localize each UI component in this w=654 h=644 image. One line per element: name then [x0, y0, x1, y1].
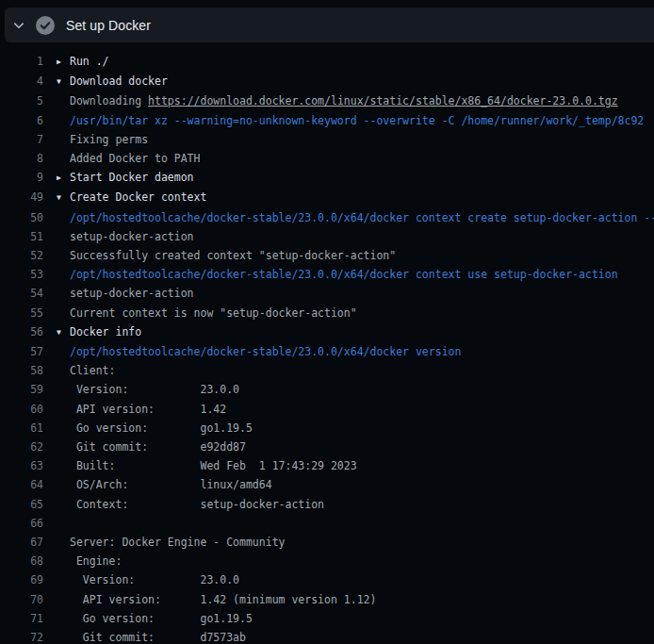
log-line: 60 API version: 1.42: [0, 400, 654, 419]
log-text: Downloading: [70, 94, 148, 107]
log-command-text: /opt/hostedtoolcache/docker-stable/23.0.…: [70, 268, 618, 281]
line-number[interactable]: 4: [0, 72, 43, 91]
line-number[interactable]: 70: [0, 590, 43, 609]
log-text: OS/Arch: linux/amd64: [70, 478, 272, 491]
line-number[interactable]: 63: [0, 456, 43, 475]
line-number[interactable]: 62: [0, 438, 43, 456]
log-line: 69 Version: 23.0.0: [0, 570, 654, 589]
log-line: 70 API version: 1.42 (minimum version 1.…: [0, 590, 654, 609]
check-circle-icon: [36, 16, 55, 35]
log-command-text: /opt/hostedtoolcache/docker-stable/23.0.…: [70, 211, 654, 224]
step-header[interactable]: Set up Docker: [5, 8, 654, 42]
log-text: API version: 1.42 (minimum version 1.12): [70, 593, 376, 606]
log-text: setup-docker-action: [70, 230, 194, 243]
log-line: 62 Git commit: e92dd87: [0, 438, 654, 456]
group-title: Docker info: [70, 325, 141, 339]
log-line: 61 Go version: go1.19.5: [0, 419, 654, 438]
line-number[interactable]: 58: [0, 361, 43, 380]
log-text: Built: Wed Feb 1 17:43:29 2023: [70, 459, 357, 472]
log-text: Fixing perms: [70, 133, 148, 146]
actions-log-panel: Set up Docker 1▶Run ./4▼Download docker5…: [0, 0, 654, 644]
log-command-text: /opt/hostedtoolcache/docker-stable/23.0.…: [70, 345, 461, 358]
line-number[interactable]: 52: [0, 246, 43, 265]
log-line: 53/opt/hostedtoolcache/docker-stable/23.…: [0, 265, 654, 284]
log-group-header[interactable]: 49▼Create Docker context: [0, 188, 654, 207]
log-text: Git commit: d7573ab: [70, 631, 246, 644]
log-text: API version: 1.42: [70, 403, 226, 416]
log-line: 6/usr/bin/tar xz --warning=no-unknown-ke…: [0, 111, 654, 130]
log-line: 65 Context: setup-docker-action: [0, 495, 654, 514]
log-line: 72 Git commit: d7573ab: [0, 628, 654, 644]
log-text: Context: setup-docker-action: [70, 498, 324, 511]
log-line: 54setup-docker-action: [0, 284, 654, 303]
log-link[interactable]: https://download.docker.com/linux/static…: [148, 94, 618, 107]
step-status-badge: [36, 16, 55, 35]
line-number[interactable]: 55: [0, 304, 43, 322]
log-text: Go version: go1.19.5: [70, 421, 253, 435]
log-line: 68 Engine:: [0, 552, 654, 570]
line-number[interactable]: 50: [0, 208, 43, 227]
group-title: Download docker: [70, 74, 168, 88]
log-text: Git commit: e92dd87: [70, 440, 246, 454]
log-text: Client:: [70, 364, 115, 377]
log-text: Version: 23.0.0: [70, 383, 239, 396]
group-title: Create Docker context: [70, 190, 206, 204]
triangle-right-icon: ▶: [57, 169, 70, 188]
line-number[interactable]: 65: [0, 495, 43, 514]
log-line: 55Current context is now "setup-docker-a…: [0, 304, 654, 322]
log-text: Successfully created context "setup-dock…: [70, 249, 396, 262]
line-number[interactable]: 49: [0, 188, 43, 206]
step-title: Set up Docker: [66, 18, 151, 33]
line-number[interactable]: 8: [0, 149, 43, 168]
log-line: 71 Go version: go1.19.5: [0, 609, 654, 628]
log-text: Current context is now "setup-docker-act…: [70, 306, 357, 320]
line-number[interactable]: 66: [0, 514, 43, 533]
log-line: 66: [0, 514, 654, 533]
line-number[interactable]: 72: [0, 628, 43, 644]
triangle-down-icon: ▼: [57, 323, 70, 342]
log-line: 63 Built: Wed Feb 1 17:43:29 2023: [0, 456, 654, 475]
log-line: 58Client:: [0, 361, 654, 380]
line-number[interactable]: 61: [0, 419, 43, 438]
log-container: 1▶Run ./4▼Download docker5Downloading ht…: [0, 52, 654, 644]
line-number[interactable]: 6: [0, 111, 43, 130]
log-group-header[interactable]: 56▼Docker info: [0, 322, 654, 342]
line-number[interactable]: 59: [0, 380, 43, 399]
log-line: 67Server: Docker Engine - Community: [0, 533, 654, 552]
log-text: setup-docker-action: [70, 287, 194, 300]
collapse-step-button[interactable]: [5, 8, 33, 42]
line-number[interactable]: 54: [0, 284, 43, 303]
line-number[interactable]: 51: [0, 227, 43, 246]
line-number[interactable]: 53: [0, 265, 43, 284]
group-title: Run ./: [70, 55, 109, 68]
line-number[interactable]: 5: [0, 91, 43, 110]
line-number[interactable]: 56: [0, 322, 43, 341]
log-text: Engine:: [70, 554, 122, 568]
line-number[interactable]: 60: [0, 400, 43, 419]
log-group-header[interactable]: 9▶Start Docker daemon: [0, 168, 654, 188]
log-line: 51setup-docker-action: [0, 227, 654, 246]
log-line: 8Added Docker to PATH: [0, 149, 654, 168]
line-number[interactable]: 7: [0, 130, 43, 149]
line-number[interactable]: 57: [0, 342, 43, 361]
log-group-header[interactable]: 1▶Run ./: [0, 52, 654, 72]
line-number[interactable]: 1: [0, 52, 43, 71]
group-title: Start Docker daemon: [70, 171, 194, 184]
log-line: 5Downloading https://download.docker.com…: [0, 91, 654, 110]
log-line: 59 Version: 23.0.0: [0, 380, 654, 399]
triangle-right-icon: ▶: [57, 53, 70, 72]
log-text: Added Docker to PATH: [70, 152, 200, 165]
log-line: 52Successfully created context "setup-do…: [0, 246, 654, 265]
log-text: Version: 23.0.0: [70, 573, 239, 586]
triangle-down-icon: ▼: [57, 73, 70, 91]
log-line: 7Fixing perms: [0, 130, 654, 149]
triangle-down-icon: ▼: [57, 189, 70, 207]
log-group-header[interactable]: 4▼Download docker: [0, 72, 654, 91]
line-number[interactable]: 68: [0, 552, 43, 570]
line-number[interactable]: 67: [0, 533, 43, 552]
line-number[interactable]: 9: [0, 168, 43, 187]
line-number[interactable]: 64: [0, 475, 43, 494]
log-command-text: /usr/bin/tar xz --warning=no-unknown-key…: [70, 114, 644, 127]
line-number[interactable]: 71: [0, 609, 43, 628]
line-number[interactable]: 69: [0, 570, 43, 589]
